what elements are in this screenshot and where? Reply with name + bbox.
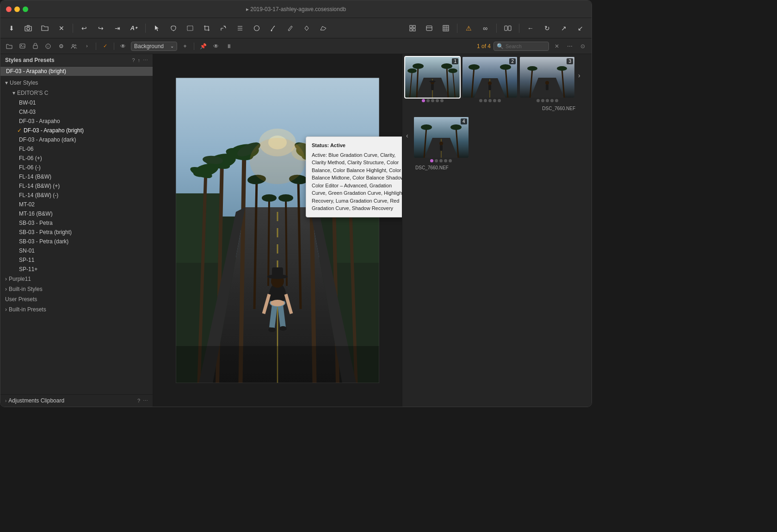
visibility-icon[interactable]: 👁 — [118, 41, 128, 51]
active-style-item[interactable]: DF-03 - Arapaho (bright) — [0, 67, 153, 76]
list-item[interactable]: FL-06 (-) — [0, 163, 153, 172]
sync-button[interactable]: ↻ — [540, 22, 555, 35]
users-icon[interactable] — [69, 41, 79, 51]
layer-selector[interactable]: Background ⌄ — [131, 42, 177, 51]
list-item[interactable]: MT-02 — [0, 200, 153, 209]
svg-marker-89 — [176, 346, 379, 383]
fullscreen-button[interactable]: ↗ — [556, 22, 571, 35]
list-item[interactable]: FL-14 (B&W) — [0, 172, 153, 181]
thumb-dots-2 — [479, 99, 501, 102]
grid-view-button[interactable] — [438, 22, 453, 35]
gradient-button[interactable] — [299, 22, 314, 35]
user-presets-section[interactable]: User Presets — [0, 294, 153, 304]
select-tool-button[interactable] — [149, 22, 164, 35]
lines-button[interactable] — [233, 22, 247, 35]
pen-button[interactable] — [283, 22, 297, 35]
variants-button[interactable] — [500, 22, 515, 35]
search-box[interactable]: 🔍 Search — [493, 42, 549, 51]
list-item[interactable]: SP-11 — [0, 255, 153, 265]
pin-icon[interactable]: 📌 — [198, 41, 208, 51]
maximize-button[interactable] — [23, 6, 28, 12]
minimize-button[interactable] — [14, 6, 20, 12]
list-item[interactable]: SB-03 - Petra (dark) — [0, 237, 153, 246]
text-tool-button[interactable]: A✦ — [127, 22, 142, 35]
builtin-styles-section[interactable]: › Built-in Styles — [0, 284, 153, 294]
folder-icon[interactable] — [4, 41, 14, 51]
list-item[interactable]: FL-14 (B&W) (-) — [0, 191, 153, 200]
clipboard-menu-icon[interactable]: ⋯ — [143, 398, 148, 404]
warning-button[interactable]: ⚠ — [461, 22, 476, 35]
filmstrip-prev-icon[interactable]: ‹ — [405, 131, 409, 140]
window-title: ▸ 2019-03-17-ashley-agave.cosessiondb — [246, 6, 346, 12]
user-styles-section[interactable]: ▾ User Styles — [0, 78, 153, 88]
list-item[interactable]: MT-16 (B&W) — [0, 209, 153, 218]
builtin-presets-section[interactable]: › Built-in Presets — [0, 304, 153, 315]
grid-layout-button[interactable] — [405, 22, 420, 35]
image-icon[interactable] — [17, 41, 27, 51]
list-item[interactable]: SB-03 - Petra — [0, 218, 153, 228]
brush-button[interactable] — [266, 22, 281, 35]
filmstrip: 1 — [402, 54, 592, 407]
toolbar2-right: 1 of 4 🔍 Search ✕ ⋯ ⊙ — [477, 41, 588, 51]
list-item[interactable]: SB-03 - Petra (bright) — [0, 228, 153, 237]
lock-icon[interactable] — [30, 41, 40, 51]
search-filter-icon[interactable]: ⊙ — [578, 41, 588, 51]
list-item[interactable]: DF-03 - Arapaho — [0, 117, 153, 126]
back-nav-button[interactable]: ← — [523, 22, 538, 35]
rotate-button[interactable] — [216, 22, 231, 35]
lasso-tool-button[interactable] — [166, 22, 181, 35]
chevron-right-icon[interactable]: › — [82, 41, 92, 51]
undo-button[interactable]: ↩ — [77, 22, 92, 35]
import-button[interactable]: ⬇ — [4, 22, 19, 35]
list-item[interactable]: SP-11+ — [0, 265, 153, 274]
settings-icon[interactable]: ⚙ — [56, 41, 66, 51]
svg-rect-22 — [505, 26, 507, 31]
sep3 — [457, 24, 457, 33]
folder-open-button[interactable] — [37, 22, 52, 35]
panel-menu-icon[interactable]: ⋯ — [143, 57, 148, 63]
search-more-icon[interactable]: ⋯ — [565, 41, 575, 51]
clipboard-help-icon[interactable]: ? — [137, 398, 140, 404]
filmstrip-item-3[interactable]: 3 — [520, 57, 574, 102]
eye-icon[interactable]: 👁 — [211, 41, 221, 51]
info-icon[interactable]: i — [43, 41, 53, 51]
camera-button[interactable] — [21, 22, 36, 35]
close-session-button[interactable]: ✕ — [54, 22, 69, 35]
crop-button[interactable] — [199, 22, 214, 35]
thumb-dot — [488, 99, 492, 102]
close-button[interactable] — [6, 6, 12, 12]
view-check-icon[interactable]: ✓ — [100, 41, 110, 51]
list-item[interactable]: FL-06 (+) — [0, 154, 153, 163]
selected-style-item[interactable]: ✓DF-03 - Arapaho (bright) — [0, 126, 153, 135]
filmstrip-item-2[interactable]: 2 — [462, 57, 517, 102]
add-layer-button[interactable]: + — [180, 41, 190, 51]
forward-button[interactable]: ⇥ — [110, 22, 125, 35]
help-icon[interactable]: ? — [132, 57, 135, 63]
svg-point-84 — [279, 326, 287, 331]
compare-button[interactable]: ∞ — [478, 22, 493, 35]
list-item[interactable]: SN-01 — [0, 246, 153, 255]
left-panel: Styles and Presets ? ↑ ⋯ DF-03 - Arapaho… — [0, 54, 153, 407]
clipboard-expand-arrow[interactable]: › — [5, 398, 6, 403]
search-close-icon[interactable]: ✕ — [552, 41, 562, 51]
list-item[interactable]: FL-14 (B&W) (+) — [0, 181, 153, 191]
list-item[interactable]: DF-03 - Arapaho (dark) — [0, 135, 153, 144]
export-icon[interactable]: ↑ — [138, 57, 141, 63]
filmstrip-item-1[interactable]: 1 — [405, 57, 460, 102]
edit-view-button[interactable] — [422, 22, 437, 35]
list-item[interactable]: BW-01 — [0, 98, 153, 107]
svg-rect-11 — [410, 25, 412, 28]
pause-icon[interactable]: ⏸ — [224, 41, 234, 51]
filmstrip-next-icon[interactable]: › — [577, 71, 581, 80]
thumb-dot — [444, 159, 447, 162]
redo-button[interactable]: ↪ — [93, 22, 108, 35]
purple11-section[interactable]: › Purple11 — [0, 274, 153, 284]
eraser-button[interactable] — [316, 22, 331, 35]
list-item[interactable]: FL-06 — [0, 144, 153, 154]
editors-choice-section[interactable]: ▾ EDITOR'S C — [0, 88, 153, 98]
list-item[interactable]: CM-03 — [0, 107, 153, 117]
circle-button[interactable] — [249, 22, 264, 35]
filmstrip-item-4[interactable]: 4 — [414, 117, 469, 162]
rect-select-button[interactable] — [183, 22, 197, 35]
more-nav-button[interactable]: ↙ — [573, 22, 588, 35]
